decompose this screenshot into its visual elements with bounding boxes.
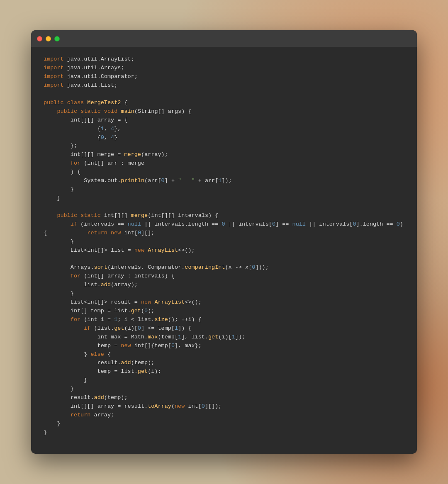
code-window: import java.util.ArrayList; import java.… (31, 30, 417, 454)
maximize-button[interactable] (54, 36, 60, 41)
minimize-button[interactable] (46, 36, 51, 41)
close-button[interactable] (37, 36, 42, 41)
code-editor[interactable]: import java.util.ArrayList; import java.… (31, 47, 417, 454)
titlebar (31, 30, 417, 47)
